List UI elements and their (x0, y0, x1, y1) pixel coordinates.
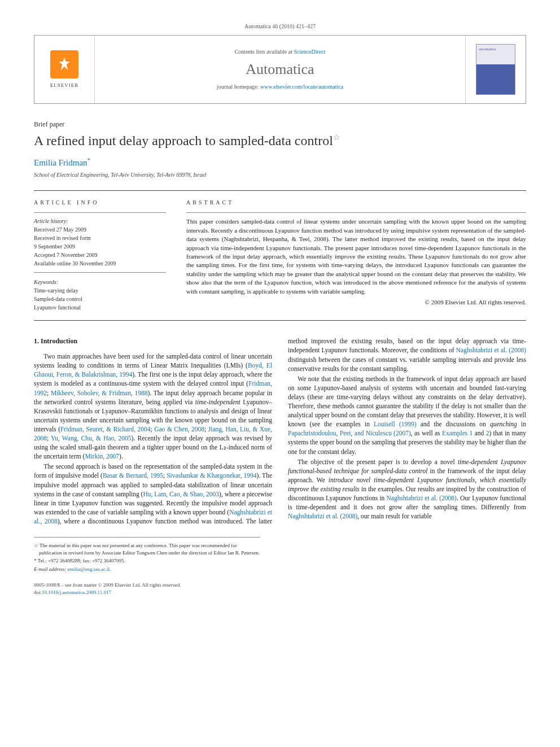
journal-name: Automatica (95, 59, 465, 80)
citation-link[interactable]: Naghshtabrizi et al. (2008) (456, 347, 526, 353)
page-citation: Automatica 46 (2010) 421–427 (34, 23, 526, 30)
keywords-label: Keywords: (34, 278, 166, 286)
history-label: Article history: (34, 217, 166, 225)
keyword: Lyapunov functional (34, 304, 166, 312)
doi-link[interactable]: 10.1016/j.automatica.2009.11.017 (42, 589, 111, 595)
citation-link[interactable]: Hu, Lam, (143, 491, 169, 497)
section-heading: 1. Introduction (34, 337, 272, 346)
keyword: Sampled-data control (34, 295, 166, 303)
footer-copyright: 0005-1098/$ – see front matter © 2009 El… (34, 582, 181, 596)
abstract-text: This paper considers sampled-data contro… (186, 217, 526, 296)
citation-link[interactable]: Fridman, Seuret, & Richard, 2004 (60, 426, 150, 433)
citation-link[interactable]: Louisell (1999) (374, 421, 417, 427)
history-line: Available online 30 November 2009 (34, 260, 166, 268)
publisher-name: ELSEVIER (50, 82, 79, 89)
citation-link[interactable]: Naghshtabrizi et al. (2008) (387, 495, 457, 501)
divider (34, 272, 166, 273)
page-footer: 0005-1098/$ – see front matter © 2009 El… (34, 582, 526, 596)
footnote: * Tel.: +972 36408288; fax: +972 3640709… (34, 557, 260, 565)
author-corresponding-marker: * (88, 156, 91, 163)
title-text: A refined input delay approach to sample… (34, 133, 333, 148)
footnote-marker: ☆ (34, 543, 38, 548)
doi-prefix: doi: (34, 589, 42, 595)
citation-link[interactable]: Sivashankar & Khargonekar, 1994 (167, 472, 256, 479)
paragraph: The objective of the present paper is to… (288, 457, 526, 521)
author-affiliation: School of Electrical Engineering, Tel-Av… (34, 171, 526, 179)
footnote: E-mail address: emilia@eng.tau.ac.il. (34, 566, 260, 573)
footnote: ☆ The material in this paper was not pre… (34, 542, 260, 556)
divider (186, 212, 526, 213)
citation-link[interactable]: Papachristodoulou, Peet, and Niculescu (… (288, 430, 411, 436)
citation-link[interactable]: Examples 1 (442, 430, 473, 436)
body-text: 1. Introduction Two main approaches have… (34, 337, 526, 526)
article-info-label: ARTICLE INFO (34, 199, 166, 207)
divider (34, 212, 166, 213)
history-line: Received in revised form (34, 234, 166, 242)
paper-title: A refined input delay approach to sample… (34, 132, 526, 151)
footnote-marker: * (34, 558, 37, 563)
journal-center: Contents lists available at ScienceDirec… (95, 36, 465, 103)
citation-link[interactable]: Naghshtabrizi et al. (2008) (288, 513, 357, 519)
emphasis: time-independent (195, 399, 240, 405)
paragraph: We note that the existing methods in the… (288, 374, 526, 456)
author-text: Emilia Fridman (34, 158, 88, 167)
abstract-column: ABSTRACT This paper considers sampled-da… (176, 191, 526, 320)
journal-cover-thumb: automatica (465, 36, 526, 103)
homepage-prefix: journal homepage: (217, 84, 260, 90)
abstract-label: ABSTRACT (186, 199, 526, 207)
article-info-column: ARTICLE INFO Article history: Received 2… (34, 191, 176, 320)
history-line: 9 September 2009 (34, 243, 166, 251)
email-label: E-mail address: (34, 566, 68, 572)
author-name[interactable]: Emilia Fridman* (34, 156, 526, 169)
homepage-link[interactable]: www.elsevier.com/locate/automatica (260, 84, 343, 90)
paper-type: Brief paper (34, 120, 526, 129)
citation-link[interactable]: Cao, & Shao, 2003 (169, 491, 219, 497)
paragraph: Two main approaches have been used for t… (34, 352, 272, 461)
elsevier-tree-icon (50, 50, 78, 78)
keyword: Time-varying delay (34, 287, 166, 295)
footnotes: ☆ The material in this paper was not pre… (34, 537, 260, 573)
contents-prefix: Contents lists available at (234, 49, 294, 55)
citation-link[interactable]: Mikheev, Sobolev, & Fridman, 1988 (51, 390, 148, 396)
sciencedirect-link[interactable]: ScienceDirect (294, 49, 325, 55)
journal-header-box: ELSEVIER Contents lists available at Sci… (34, 35, 526, 104)
history-line: Accepted 7 November 2009 (34, 251, 166, 259)
citation-link[interactable]: Yu, Wang, Chu, & Hao, 2005 (51, 435, 131, 442)
history-line: Received 27 May 2009 (34, 226, 166, 234)
citation-link[interactable]: Mirkin, 2007 (85, 453, 119, 460)
citation-link[interactable]: Basar & Bernard, 1995 (103, 472, 163, 479)
abstract-copyright: © 2009 Elsevier Ltd. All rights reserved… (186, 298, 526, 307)
email-link[interactable]: emilia@eng.tau.ac.il (68, 566, 110, 572)
publisher-logo: ELSEVIER (34, 36, 95, 103)
meta-abstract-row: ARTICLE INFO Article history: Received 2… (34, 190, 526, 321)
cover-image: automatica (476, 44, 515, 95)
citation-link[interactable]: Gao & Chen, 2008 (154, 426, 204, 433)
title-footnote-marker: ☆ (333, 133, 340, 142)
emphasis: quenching (490, 421, 517, 427)
